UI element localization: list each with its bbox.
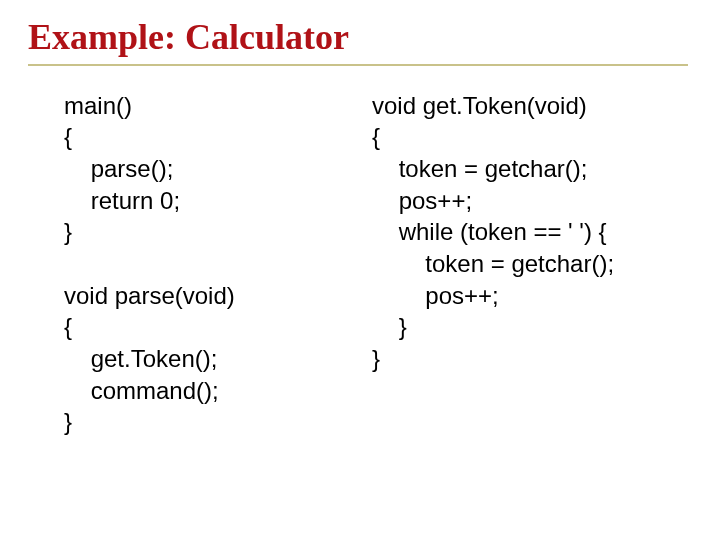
code-block-left: main() { parse(); return 0; } void parse… bbox=[64, 90, 374, 438]
title-underline bbox=[28, 64, 688, 66]
slide-title: Example: Calculator bbox=[28, 18, 692, 58]
right-column: void get.Token(void) { token = getchar()… bbox=[382, 90, 692, 438]
content-columns: main() { parse(); return 0; } void parse… bbox=[28, 90, 692, 438]
slide: Example: Calculator main() { parse(); re… bbox=[0, 0, 720, 540]
code-block-right: void get.Token(void) { token = getchar()… bbox=[372, 90, 692, 375]
left-column: main() { parse(); return 0; } void parse… bbox=[64, 90, 374, 438]
